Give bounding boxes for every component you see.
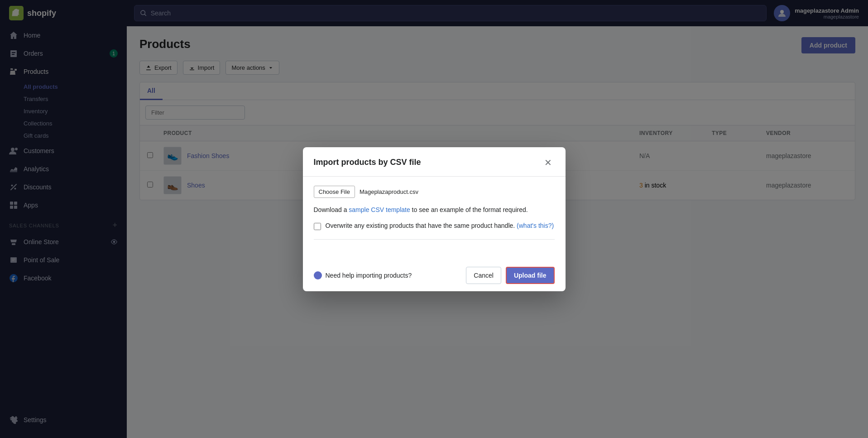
overwrite-label: Overwrite any existing products that hav… [326, 222, 554, 229]
help-row: Need help importing products? [314, 271, 412, 279]
file-input-row: Choose File Mageplazaproduct.csv [314, 186, 555, 198]
file-name: Mageplazaproduct.csv [360, 188, 418, 195]
overwrite-checkbox-row: Overwrite any existing products that hav… [314, 222, 555, 240]
whats-this-link[interactable]: (what's this?) [517, 222, 554, 229]
modal-footer: Need help importing products? Cancel Upl… [303, 260, 566, 291]
sample-text-before: Download a [314, 206, 349, 213]
modal-header: Import products by CSV file ✕ [303, 147, 566, 177]
upload-file-button[interactable]: Upload file [506, 267, 555, 284]
modal-overlay[interactable]: Import products by CSV file ✕ Choose Fil… [0, 0, 868, 438]
sample-csv-link[interactable]: sample CSV template [349, 206, 410, 213]
modal-close-button[interactable]: ✕ [542, 156, 555, 169]
modal-body: Choose File Mageplazaproduct.csv Downloa… [303, 177, 566, 260]
modal-title: Import products by CSV file [314, 158, 421, 167]
cancel-button[interactable]: Cancel [466, 267, 501, 284]
import-modal: Import products by CSV file ✕ Choose Fil… [303, 147, 566, 291]
overwrite-checkbox[interactable] [314, 223, 321, 230]
sample-text-after: to see an example of the format required… [410, 206, 528, 213]
choose-file-button[interactable]: Choose File [314, 186, 355, 198]
help-dot-icon [314, 271, 322, 279]
footer-buttons: Cancel Upload file [466, 267, 554, 284]
help-text: Need help importing products? [326, 272, 412, 279]
sample-link-row: Download a sample CSV template to see an… [314, 205, 555, 215]
